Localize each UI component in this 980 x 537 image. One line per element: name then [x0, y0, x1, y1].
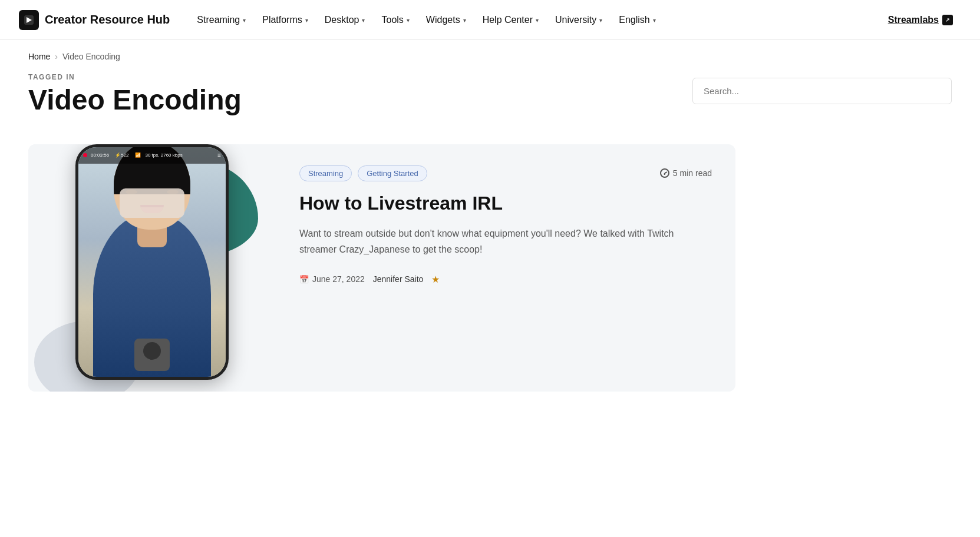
streamlabs-external-icon: ↗: [942, 15, 953, 25]
streamlabs-button[interactable]: Streamlabs ↗: [880, 10, 961, 30]
tag-streaming[interactable]: Streaming: [299, 165, 352, 181]
nav-streaming[interactable]: Streaming ▾: [189, 10, 254, 30]
nav-help-center[interactable]: Help Center ▾: [474, 10, 547, 30]
site-title: Creator Resource Hub: [45, 13, 170, 26]
phone-status-bar: 00:03:56 ⚡522 📶 30 fps, 2760 kbps ≡: [78, 147, 226, 164]
streaming-chevron-icon: ▾: [243, 17, 246, 24]
nav-widgets[interactable]: Widgets ▾: [418, 10, 474, 30]
main-content: TAGGED IN Video Encoding 00:03:56 ⚡522 📶…: [0, 73, 980, 427]
desktop-chevron-icon: ▾: [362, 17, 365, 24]
breadcrumb-current: Video Encoding: [62, 52, 120, 61]
search-input[interactable]: [692, 78, 952, 104]
rec-indicator: [83, 153, 87, 157]
article-tags-row: Streaming Getting Started 5 min read: [299, 165, 712, 181]
tagged-title: Video Encoding: [28, 85, 242, 116]
calendar-icon: 📅: [299, 275, 309, 284]
article-content: Streaming Getting Started 5 min read How…: [276, 144, 735, 392]
read-time: 5 min read: [660, 168, 712, 178]
clock-icon: [660, 168, 669, 178]
site-logo[interactable]: Creator Resource Hub: [19, 10, 170, 30]
nav-desktop[interactable]: Desktop ▾: [316, 10, 374, 30]
breadcrumb-separator: ›: [55, 52, 58, 61]
navbar: Creator Resource Hub Streaming ▾ Platfor…: [0, 0, 980, 40]
nav-platforms[interactable]: Platforms ▾: [254, 10, 316, 30]
article-author: Jennifer Saito: [373, 274, 424, 284]
read-time-label: 5 min read: [673, 168, 712, 178]
article-image-col: 00:03:56 ⚡522 📶 30 fps, 2760 kbps ≡: [28, 144, 276, 392]
article-meta: 📅 June 27, 2022 Jennifer Saito ★: [299, 274, 712, 285]
phone-mockup: 00:03:56 ⚡522 📶 30 fps, 2760 kbps ≡: [75, 144, 229, 380]
logo-icon: [19, 10, 39, 30]
english-chevron-icon: ▾: [653, 17, 656, 24]
breadcrumb: Home › Video Encoding: [0, 40, 980, 73]
tools-chevron-icon: ▾: [407, 17, 410, 24]
platforms-chevron-icon: ▾: [305, 17, 308, 24]
phone-bar-text: 00:03:56: [91, 153, 109, 158]
article-excerpt: Want to stream outside but don't know wh…: [299, 226, 712, 257]
search-wrapper: [692, 78, 952, 104]
nav-tools[interactable]: Tools ▾: [373, 10, 417, 30]
phone-screen: [78, 147, 226, 377]
nav-english[interactable]: English ▾: [611, 10, 664, 30]
article-date: 📅 June 27, 2022: [299, 274, 365, 284]
breadcrumb-home[interactable]: Home: [28, 52, 50, 61]
article-card: 00:03:56 ⚡522 📶 30 fps, 2760 kbps ≡: [28, 144, 735, 392]
tagged-section: TAGGED IN Video Encoding: [28, 73, 952, 116]
tag-getting-started[interactable]: Getting Started: [358, 165, 427, 181]
widgets-chevron-icon: ▾: [463, 17, 466, 24]
tagged-label: TAGGED IN: [28, 73, 242, 81]
tagged-heading: TAGGED IN Video Encoding: [28, 73, 242, 116]
help-chevron-icon: ▾: [536, 17, 539, 24]
navbar-right: Streamlabs ↗: [880, 10, 961, 30]
article-tags: Streaming Getting Started: [299, 165, 427, 181]
nav-university[interactable]: University ▾: [547, 10, 611, 30]
star-icon: ★: [431, 274, 440, 285]
university-chevron-icon: ▾: [599, 17, 602, 24]
article-title[interactable]: How to Livestream IRL: [299, 192, 712, 214]
nav-menu: Streaming ▾ Platforms ▾ Desktop ▾ Tools …: [189, 10, 879, 30]
